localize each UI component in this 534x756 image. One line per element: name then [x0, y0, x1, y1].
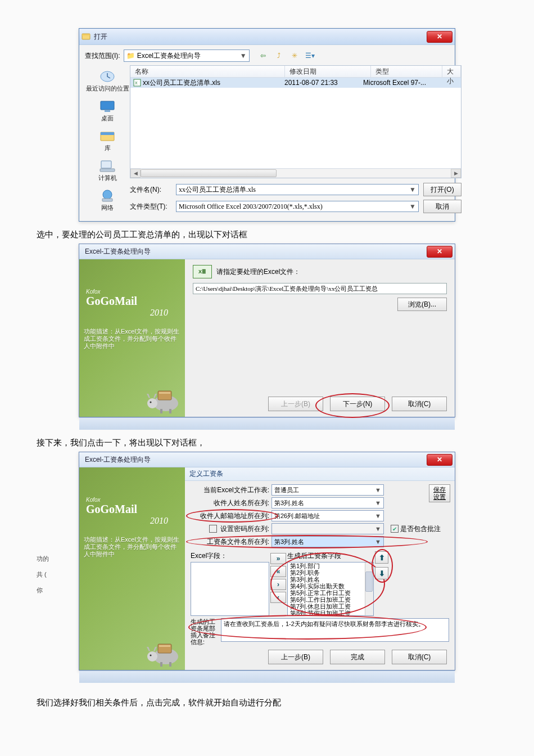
sheet-dropdown[interactable]: 普通员工▼	[271, 484, 384, 496]
sidebar-computer[interactable]: 计算机	[85, 157, 130, 183]
col-date[interactable]: 修改日期	[285, 66, 371, 77]
pwd-col-dropdown[interactable]: ▼	[271, 523, 384, 534]
move-up-button[interactable]: ⬆	[375, 551, 388, 564]
cancel-button[interactable]: 取消	[423, 200, 461, 213]
col-type[interactable]: 类型	[371, 66, 442, 77]
prev-button: 上一步(B)	[268, 397, 323, 411]
close-button[interactable]: ✕	[427, 246, 452, 258]
chevron-down-icon: ▼	[375, 525, 381, 532]
prev-button[interactable]: 上一步(B)	[268, 650, 323, 664]
scroll-left-icon[interactable]: ◀	[130, 169, 141, 178]
mascot-icon	[141, 381, 182, 415]
svg-rect-10	[102, 199, 112, 201]
svg-point-23	[147, 651, 157, 662]
col-size[interactable]: 大小	[442, 66, 461, 77]
chevron-down-icon: ▼	[375, 500, 381, 506]
group-title: 定义工资条	[185, 467, 455, 481]
col-name[interactable]: 名称	[130, 66, 285, 77]
horizontal-scrollbar[interactable]: ◀ ▶	[130, 168, 461, 178]
wizard-dialog-step2: Excel-工资条处理向导 ✕ Kofox GoGoMail 2010 功能描述…	[79, 452, 455, 670]
svg-rect-26	[169, 662, 171, 667]
cancel-button[interactable]: 取消(C)	[392, 397, 447, 411]
svg-rect-3	[101, 101, 114, 110]
selected-fields-list[interactable]: 第1列.部门 第2列.职务 第3列.姓名 第4列.实际出勤天数 第5列.正常工作…	[287, 562, 374, 616]
name-col-label: 收件人姓名所在列:	[194, 498, 269, 508]
footer-note-textarea[interactable]: 请在查收到工资条后，1-2天内如有疑问请尽快联系财务部李吉进行核实。	[221, 618, 449, 642]
caption-2: 接下来，我们点击一下，将出现以下对话框，	[37, 438, 497, 448]
svg-text:X: X	[135, 81, 138, 85]
mail-col-dropdown[interactable]: 第26列.邮箱地址▼	[271, 510, 384, 521]
svg-rect-7	[101, 161, 111, 168]
move-right-button[interactable]: ›	[270, 579, 286, 590]
xls-file-icon: X	[133, 78, 142, 87]
look-in-dropdown[interactable]: 📁Excel工资条处理向导 ▼	[124, 50, 250, 62]
svg-rect-6	[101, 132, 114, 135]
filetype-dropdown[interactable]: Microsoft Office Excel 2003/2007/2010(*.…	[176, 201, 419, 212]
svg-point-17	[150, 402, 152, 403]
move-left-button[interactable]: ‹	[270, 592, 286, 603]
remark-checkbox[interactable]: ✔	[391, 525, 399, 533]
filename-input[interactable]: xx公司员工工资总清单.xls ▼	[176, 184, 419, 195]
list-scrollbar[interactable]	[365, 562, 373, 615]
background-text: 功的 共 ( 你	[37, 551, 55, 598]
up-folder-icon[interactable]: ⤴	[272, 50, 286, 62]
caption-1: 选中，要处理的公司员工工资总清单的，出现以下对话框	[37, 230, 497, 240]
wizard-dialog-step1: Excel-工资条处理向导 ✕ Kofox GoGoMail 2010 功能描述…	[79, 244, 455, 417]
network-icon	[97, 188, 117, 204]
filetype-label: 文件类型(T):	[130, 202, 171, 212]
close-icon: ✕	[437, 456, 443, 464]
desktop-icon	[97, 98, 117, 114]
cancel-button[interactable]: 取消(C)	[392, 650, 447, 664]
move-all-left-button[interactable]: «	[270, 566, 286, 577]
close-button[interactable]: ✕	[427, 31, 452, 43]
places-sidebar: 最近访问的位置 桌面 库 计算机 网络	[85, 65, 130, 213]
move-all-right-button[interactable]: »	[270, 553, 286, 564]
sidebar-library[interactable]: 库	[85, 127, 130, 154]
titlebar: Excel-工资条处理向导 ✕	[79, 452, 455, 467]
left-list-label: Excel字段：	[191, 551, 269, 561]
scroll-thumb[interactable]	[141, 169, 277, 177]
excel-icon: X≣	[193, 265, 212, 278]
browse-button[interactable]: 浏览(B)...	[397, 298, 447, 311]
svg-rect-1	[82, 34, 90, 35]
scroll-right-icon[interactable]: ▶	[451, 169, 461, 178]
chevron-down-icon: ▼	[375, 538, 381, 545]
finish-button[interactable]: 完成	[330, 650, 385, 664]
titlebar: 打开 ✕	[79, 29, 455, 45]
available-fields-list[interactable]	[191, 562, 269, 616]
chevron-down-icon: ▼	[375, 487, 381, 493]
chevron-down-icon: ▼	[240, 52, 247, 60]
pwd-col-label: 设置密码所在列:	[194, 524, 269, 534]
remark-label: 是否包含批注	[400, 524, 441, 534]
fragment-strip	[79, 417, 455, 430]
close-button[interactable]: ✕	[427, 454, 452, 466]
name-col-dropdown[interactable]: 第3列.姓名▼	[271, 497, 384, 508]
caption-3: 我们选择好我们相关条件后，点击完成，软件就开始自动进行分配	[37, 698, 497, 708]
mail-col-label: 收件人邮箱地址所在列:	[194, 511, 269, 521]
wizard-form: 定义工资条 保存 设置 当前Excel文件工作表: 普通员工▼ 收件人姓名所在列…	[185, 467, 455, 670]
app-icon	[82, 32, 90, 41]
next-button[interactable]: 下一步(N)	[330, 397, 385, 411]
back-icon[interactable]: ⇦	[256, 50, 270, 62]
fname-col-dropdown[interactable]: 第3列.姓名▼	[271, 536, 384, 547]
file-list[interactable]: 名称 修改日期 类型 大小 X xx公司员工工资总清单.xls 2011-08-…	[130, 65, 461, 178]
move-down-button[interactable]: ⬇	[375, 567, 388, 579]
look-in-label: 查找范围(I):	[85, 51, 120, 61]
sidebar-network[interactable]: 网络	[85, 187, 130, 213]
chevron-down-icon[interactable]: ▼	[409, 186, 416, 194]
open-button[interactable]: 打开(O)	[423, 183, 461, 196]
svg-rect-8	[100, 169, 115, 172]
prompt-label: 请指定要处理的Excel文件：	[216, 267, 300, 277]
save-settings-button[interactable]: 保存 设置	[429, 484, 450, 502]
view-menu-icon[interactable]: ☰▾	[304, 50, 317, 62]
new-folder-icon[interactable]: ✳	[288, 50, 301, 62]
svg-point-16	[147, 398, 157, 408]
file-row[interactable]: X xx公司员工工资总清单.xls 2011-08-07 21:33 Micro…	[130, 78, 461, 88]
sidebar-recent[interactable]: 最近访问的位置	[85, 68, 130, 94]
pwd-checkbox[interactable]	[209, 525, 217, 533]
excel-path-input[interactable]: C:\Users\djhai\Desktop\演示\Excel工资条处理向导\x…	[193, 283, 447, 294]
filename-label: 文件名(N):	[130, 185, 171, 195]
chevron-down-icon[interactable]: ▼	[409, 202, 416, 211]
sidebar-desktop[interactable]: 桌面	[85, 97, 130, 124]
library-icon	[97, 128, 117, 144]
